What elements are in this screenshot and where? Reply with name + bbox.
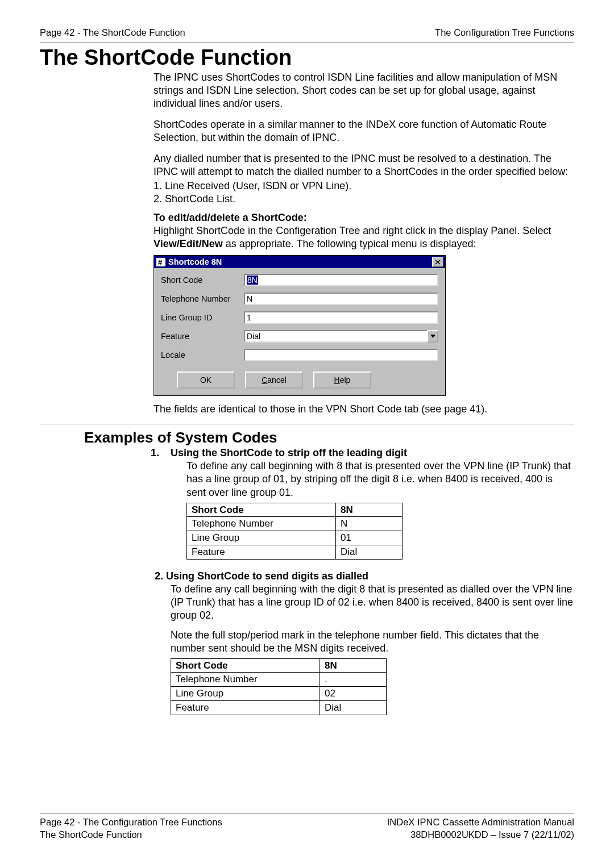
table-row: FeatureDial bbox=[171, 700, 387, 715]
page-footer: Page 42 - The Configuration Tree Functio… bbox=[40, 813, 574, 841]
label-feature: Feature bbox=[161, 332, 244, 341]
table-row: FeatureDial bbox=[187, 545, 403, 559]
ok-button[interactable]: OK bbox=[177, 372, 235, 389]
ex2-table: Short Code8N Telephone Number. Line Grou… bbox=[171, 658, 387, 715]
label-telnum: Telephone Number bbox=[161, 294, 244, 303]
footer-left-1: Page 42 - The Configuration Tree Functio… bbox=[40, 816, 222, 828]
header-left: Page 42 - The ShortCode Function bbox=[40, 27, 185, 38]
table-row: Short Code8N bbox=[171, 658, 387, 673]
intro-para-3: Any dialled number that is presented to … bbox=[154, 152, 574, 178]
ex1-title: Using the ShortCode to strip off the lea… bbox=[171, 447, 407, 458]
table-row: Short Code8N bbox=[187, 503, 403, 517]
examples-heading: Examples of System Codes bbox=[84, 429, 574, 446]
shortcode-dialog: # Shortcode 8N Short Code 8N Telephone N… bbox=[154, 255, 446, 396]
dialog-title: Shortcode 8N bbox=[168, 257, 222, 266]
ex1-body: To define any call beginning with 8 that… bbox=[186, 460, 574, 499]
list-item-2: 2. ShortCode List. bbox=[154, 193, 574, 206]
label-shortcode: Short Code bbox=[161, 276, 244, 285]
help-button[interactable]: Help bbox=[313, 372, 371, 389]
svg-text:#: # bbox=[158, 258, 163, 265]
label-locale: Locale bbox=[161, 350, 244, 360]
input-shortcode[interactable]: 8N bbox=[244, 274, 438, 286]
header-right: The Configuration Tree Functions bbox=[435, 27, 574, 38]
table-row: Telephone NumberN bbox=[187, 517, 403, 531]
ex1-table: Short Code8N Telephone NumberN Line Grou… bbox=[186, 503, 403, 560]
ex2-body-1: To define any call beginning with the di… bbox=[171, 583, 574, 622]
ex2-body-2: Note the full stop/period mark in the te… bbox=[171, 629, 574, 655]
input-locale[interactable] bbox=[244, 349, 438, 361]
input-linegroup[interactable]: 1 bbox=[244, 311, 438, 324]
intro-para-1: The IPNC uses ShortCodes to control ISDN… bbox=[154, 71, 574, 110]
table-row: Telephone Number. bbox=[171, 673, 387, 687]
ex2-title: 2. Using ShortCode to send digits as dia… bbox=[155, 570, 574, 583]
chevron-down-icon[interactable] bbox=[427, 330, 438, 343]
page-title: The ShortCode Function bbox=[40, 45, 574, 70]
after-dialog-note: The fields are identical to those in the… bbox=[154, 403, 574, 416]
footer-right-2: 38DHB0002UKDD – Issue 7 (22/11/02) bbox=[387, 829, 574, 841]
edit-heading: To edit/add/delete a ShortCode: bbox=[154, 211, 574, 224]
dialog-titlebar[interactable]: # Shortcode 8N bbox=[154, 256, 445, 268]
table-row: Line Group01 bbox=[187, 531, 403, 545]
ex1-number: 1. bbox=[151, 446, 159, 460]
page-header: Page 42 - The ShortCode Function The Con… bbox=[40, 27, 574, 40]
label-linegroup: Line Group ID bbox=[161, 313, 244, 322]
cancel-button[interactable]: Cancel bbox=[245, 372, 303, 389]
hash-icon: # bbox=[156, 258, 165, 266]
footer-right-1: INDeX IPNC Cassette Administration Manua… bbox=[387, 816, 574, 828]
edit-instructions: Highlight ShortCode in the Configeration… bbox=[154, 224, 574, 251]
table-row: Line Group02 bbox=[171, 687, 387, 701]
intro-para-2: ShortCodes operate in a similar manner t… bbox=[154, 118, 574, 144]
close-button[interactable] bbox=[432, 257, 443, 267]
list-item-1: 1. Line Received (User, ISDN or VPN Line… bbox=[154, 180, 574, 193]
input-telnum[interactable]: N bbox=[244, 293, 438, 305]
footer-left-2: The ShortCode Function bbox=[40, 829, 222, 841]
combo-feature[interactable]: Dial bbox=[244, 330, 438, 343]
close-icon bbox=[435, 260, 441, 265]
